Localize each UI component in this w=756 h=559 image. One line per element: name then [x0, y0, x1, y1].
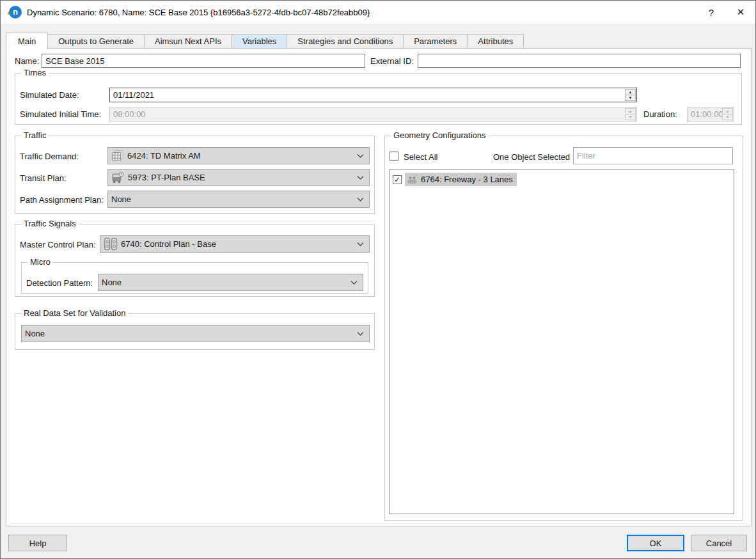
external-id-input[interactable]	[418, 54, 741, 68]
simulated-initial-time-spinner: ▲▼	[625, 108, 636, 120]
geometry-configuration-icon	[407, 174, 418, 185]
geometry-configurations-group-title: Geometry Configurations	[391, 130, 489, 140]
spin-up-icon: ▲	[625, 108, 636, 114]
aimsun-app-icon: n	[8, 6, 21, 19]
dynamic-scenario-dialog: n Dynamic Scenario: 6780, Name: SCE Base…	[0, 0, 756, 559]
simulated-initial-time-input	[109, 107, 637, 122]
ok-button[interactable]: OK	[627, 535, 684, 551]
external-id-label: External ID:	[370, 56, 414, 66]
spin-up-icon: ▲	[625, 89, 636, 95]
selection-status-text: One Object Selected	[493, 152, 570, 162]
path-assignment-plan-label: Path Assignment Plan:	[20, 195, 104, 205]
help-icon[interactable]: ?	[697, 1, 726, 24]
simulated-date-spinner[interactable]: ▲▼	[625, 89, 636, 101]
master-control-plan-label: Master Control Plan:	[20, 240, 96, 249]
transit-plan-value: 5973: PT-Plan BASE	[128, 173, 205, 182]
master-control-plan-combobox[interactable]: 6740: Control Plan - Base	[100, 235, 370, 253]
detection-pattern-value: None	[102, 278, 122, 287]
traffic-group-title: Traffic	[21, 130, 49, 140]
traffic-demand-combobox[interactable]: 6424: TD Matrix AM	[107, 147, 370, 164]
tab-outputs-to-generate[interactable]: Outputs to Generate	[48, 34, 145, 49]
simulated-date-label: Simulated Date:	[20, 90, 79, 100]
micro-group-title: Micro	[28, 257, 53, 267]
list-item[interactable]: ✓ 6764: Freeway - 3 Lanes	[393, 173, 734, 186]
chevron-down-icon	[357, 175, 364, 180]
tab-aimsun-next-apis[interactable]: Aimsun Next APIs	[145, 34, 232, 49]
tab-variables[interactable]: Variables	[232, 34, 287, 49]
real-data-set-group-title: Real Data Set for Validation	[21, 308, 128, 318]
chevron-down-icon	[357, 331, 364, 336]
real-data-set-value: None	[25, 329, 45, 338]
traffic-demand-label: Traffic Demand:	[20, 152, 79, 161]
duration-spinner: ▲▼	[722, 108, 733, 120]
traffic-light-icon	[104, 237, 118, 251]
tab-parameters[interactable]: Parameters	[404, 34, 468, 49]
traffic-signals-group-title: Traffic Signals	[21, 219, 79, 228]
real-data-set-combobox[interactable]: None	[21, 325, 370, 342]
master-control-plan-value: 6740: Control Plan - Base	[121, 239, 216, 249]
spin-up-icon: ▲	[722, 108, 733, 114]
detection-pattern-label: Detection Pattern:	[26, 278, 93, 288]
tab-main[interactable]: Main	[6, 33, 48, 49]
bus-icon	[111, 171, 125, 184]
path-assignment-plan-value: None	[111, 194, 131, 204]
item-label: 6764: Freeway - 3 Lanes	[421, 175, 513, 184]
close-icon[interactable]: ✕	[726, 1, 755, 24]
item-checkbox[interactable]: ✓	[393, 175, 402, 184]
tab-strategies-and-conditions[interactable]: Strategies and Conditions	[287, 34, 404, 49]
cancel-button[interactable]: Cancel	[691, 535, 747, 551]
traffic-demand-value: 6424: TD Matrix AM	[127, 151, 201, 161]
spin-down-icon: ▼	[625, 95, 636, 101]
window-title: Dynamic Scenario: 6780, Name: SCE Base 2…	[27, 8, 370, 17]
times-group-title: Times	[21, 68, 49, 77]
detection-pattern-combobox[interactable]: None	[98, 274, 363, 291]
matrix-icon	[111, 150, 124, 162]
chevron-down-icon	[357, 242, 364, 246]
geometry-configurations-list[interactable]: ✓ 6764: Freeway - 3 Lanes	[389, 169, 734, 514]
spin-down-icon: ▼	[625, 114, 636, 120]
chevron-down-icon	[357, 197, 364, 201]
tab-attributes[interactable]: Attributes	[468, 34, 524, 49]
help-button[interactable]: Help	[8, 535, 67, 551]
name-input[interactable]	[42, 54, 365, 68]
path-assignment-plan-combobox[interactable]: None	[107, 191, 370, 208]
name-label: Name:	[15, 56, 39, 66]
tab-bar: Main Outputs to Generate Aimsun Next API…	[6, 33, 524, 49]
spin-down-icon: ▼	[722, 114, 733, 120]
simulated-initial-time-label: Simulated Initial Time:	[20, 109, 101, 119]
filter-input[interactable]	[573, 147, 733, 164]
select-all-label: Select All	[404, 152, 437, 162]
transit-plan-label: Transit Plan:	[20, 173, 67, 183]
transit-plan-combobox[interactable]: 5973: PT-Plan BASE	[107, 169, 370, 186]
selected-item-highlight[interactable]: 6764: Freeway - 3 Lanes	[405, 173, 517, 186]
chevron-down-icon	[357, 154, 364, 158]
chevron-down-icon	[350, 280, 358, 285]
simulated-date-input[interactable]	[109, 88, 637, 102]
duration-label: Duration:	[643, 109, 677, 119]
select-all-checkbox[interactable]	[390, 152, 398, 161]
title-bar: n Dynamic Scenario: 6780, Name: SCE Base…	[1, 1, 755, 24]
